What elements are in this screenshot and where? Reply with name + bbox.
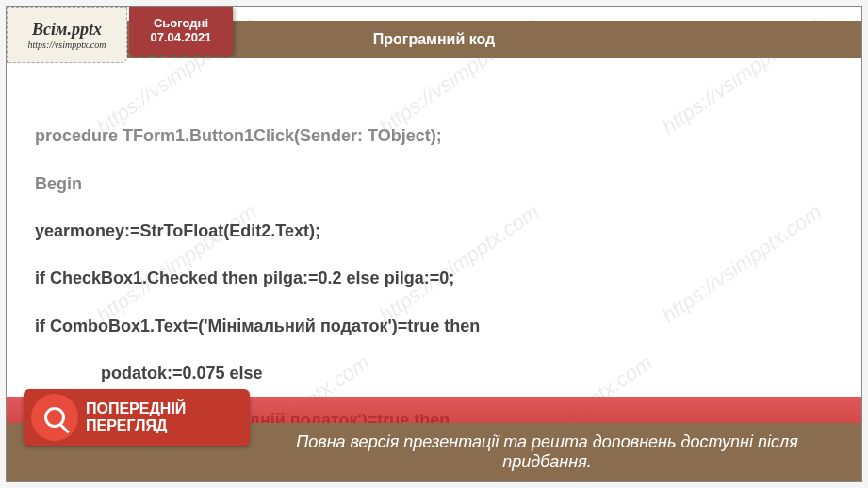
date-box: Сьогодні 07.04.2021	[129, 7, 233, 54]
code-line: Begin	[35, 172, 833, 196]
logo-box: Всім.pptx https://vsimpptx.com	[7, 7, 127, 63]
preview-line1: ПОПЕРЕДНІЙ	[86, 400, 186, 417]
code-line: if CheckBox1.Checked then pilga:=0.2 els…	[35, 267, 833, 290]
date-label: Сьогодні	[154, 16, 208, 30]
footer-text: Повна версія презентації та решта доповн…	[252, 432, 843, 472]
code-block: procedure TForm1.Button1Click(Sender: TO…	[35, 101, 833, 415]
code-line: procedure TForm1.Button1Click(Sender: TO…	[35, 124, 833, 148]
code-line: podatok:=0.075 else	[35, 362, 833, 385]
date-value: 07.04.2021	[150, 30, 211, 44]
slide: https://vsimpptx.com https://vsimpptx.co…	[6, 6, 862, 482]
preview-line2: ПЕРЕГЛЯД	[86, 417, 186, 434]
code-line: if ComboBox1.Text=('Мінімальний податок'…	[35, 315, 833, 338]
magnifier-icon	[31, 394, 78, 441]
logo-url: https://vsimpptx.com	[27, 40, 106, 50]
code-line: yearmoney:=StrToFloat(Edit2.Text);	[35, 220, 833, 243]
logo-text: Всім.pptx	[32, 20, 102, 40]
preview-badge: ПОПЕРЕДНІЙ ПЕРЕГЛЯД	[24, 389, 250, 446]
page-title: Програмний код	[373, 31, 496, 48]
preview-text: ПОПЕРЕДНІЙ ПЕРЕГЛЯД	[86, 400, 186, 433]
